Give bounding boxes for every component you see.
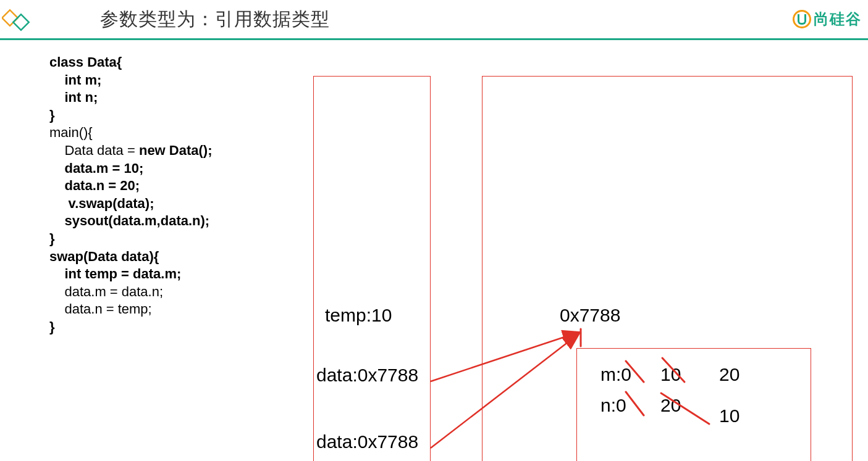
- field-m-v1: 10: [660, 364, 681, 385]
- brand-logo: 尚硅谷: [793, 9, 862, 29]
- code-line: data.n = temp;: [49, 301, 213, 318]
- heap-memory-box: 0x7788 m:0 10 20 n:0 20 10: [482, 76, 853, 461]
- code-line: sysout(data.m,data.n);: [49, 212, 213, 230]
- field-n: n:0: [600, 395, 626, 416]
- code-line: class Data{: [49, 54, 213, 72]
- code-line: data.m = 10;: [49, 160, 213, 178]
- stack-data-main: data:0x7788: [316, 431, 418, 452]
- heap-object-box: m:0 10 20 n:0 20 10: [576, 348, 811, 461]
- code-line: int m;: [49, 72, 213, 89]
- code-line: }: [49, 230, 213, 248]
- stack-data-swap: data:0x7788: [316, 365, 418, 386]
- slide-title: 参数类型为：引用数据类型: [100, 7, 793, 32]
- field-n-v2: 10: [719, 405, 739, 426]
- brand-icon: [793, 10, 811, 28]
- brand-text: 尚硅谷: [814, 9, 862, 29]
- heap-address: 0x7788: [560, 305, 620, 326]
- code-listing: class Data{ int m; int n; } main(){ Data…: [49, 54, 213, 336]
- field-m: m:0: [600, 364, 631, 385]
- stack-temp: temp:10: [325, 305, 392, 326]
- stack-memory-box: temp:10 data:0x7788 data:0x7788: [313, 76, 431, 461]
- code-line: }: [49, 107, 213, 125]
- code-line: data.n = 20;: [49, 177, 213, 195]
- slide-content: class Data{ int m; int n; } main(){ Data…: [0, 40, 868, 459]
- field-m-v2: 20: [719, 364, 739, 385]
- code-line: int n;: [49, 89, 213, 107]
- code-line: Data data = new Data();: [49, 142, 213, 160]
- field-n-v1: 20: [660, 395, 681, 416]
- code-line: int temp = data.m;: [49, 265, 213, 283]
- code-line: data.m = data.n;: [49, 283, 213, 301]
- diamond-icon: [1, 4, 32, 35]
- code-line: main(){: [49, 124, 213, 142]
- slide-header: 参数类型为：引用数据类型 尚硅谷: [0, 0, 868, 40]
- code-line: v.swap(data);: [49, 195, 213, 213]
- code-line: swap(Data data){: [49, 248, 213, 266]
- code-line: }: [49, 318, 213, 336]
